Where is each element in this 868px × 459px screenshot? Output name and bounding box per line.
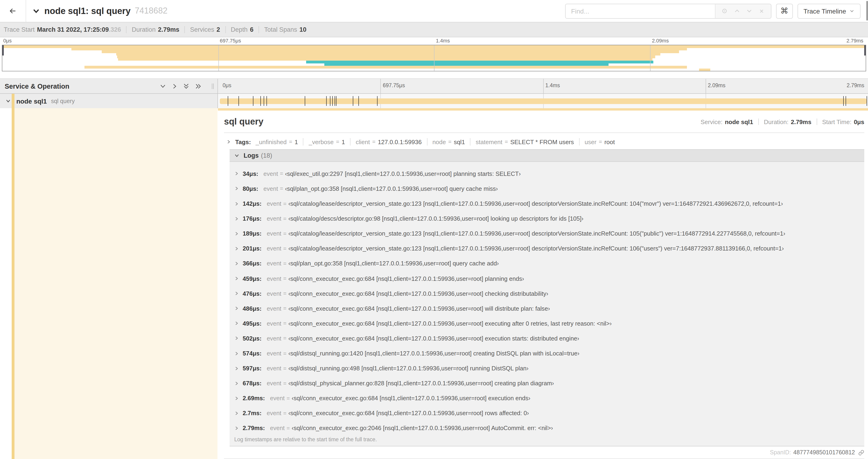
log-row[interactable]: 476μs:event=‹sql/conn_executor_exec.go:6… (229, 286, 864, 301)
chevron-right-icon (234, 276, 239, 281)
meta-value: 2.79ms (791, 118, 811, 125)
time-tick-label: 0μs (3, 38, 12, 43)
span-duration-bar[interactable] (220, 98, 867, 104)
tag-separator (303, 138, 304, 145)
log-row[interactable]: 80μs:event=‹sql/plan_opt.go:358 [nsql1,c… (229, 181, 864, 196)
span-row[interactable]: node sql1 sql query (0, 94, 868, 108)
chevron-right-icon (234, 351, 239, 356)
span-detail-left-column (0, 108, 218, 459)
timeline-gridline (706, 79, 706, 93)
tag-value: root (604, 138, 615, 145)
span-log-tick (843, 96, 844, 106)
log-equals: = (283, 410, 286, 417)
log-row[interactable]: 574μs:event=‹sql/distsql_running.go:1420… (229, 346, 864, 361)
log-field-key: event (267, 230, 281, 237)
next-match-icon[interactable] (746, 8, 752, 14)
log-row[interactable]: 176μs:event=‹sql/catalog/descs/descripto… (229, 211, 864, 226)
log-field-value: ‹sql/conn_executor_exec.go:2046 [nsql1,c… (292, 425, 553, 432)
log-row[interactable]: 34μs:event=‹sql/exec_util.go:2297 [nsql1… (229, 166, 864, 181)
log-equals: = (280, 170, 283, 177)
back-button[interactable] (0, 0, 26, 22)
trace-minimap: 0μs697.75μs1.4ms2.09ms2.79ms (0, 37, 868, 71)
chevron-right-icon (234, 246, 239, 251)
log-field-key: event (267, 380, 281, 387)
log-row[interactable]: 2.79ms:event=‹sql/conn_executor_exec.go:… (229, 421, 864, 436)
log-equals: = (283, 290, 286, 297)
span-timeline-cell[interactable] (218, 94, 868, 108)
span-log-tick (267, 96, 267, 106)
chevron-right-icon (234, 201, 239, 206)
log-row[interactable]: 502μs:event=‹sql/conn_executor_exec.go:6… (229, 331, 864, 346)
log-timestamp: 574μs: (243, 350, 261, 357)
log-row[interactable]: 486μs:event=‹sql/conn_executor_exec.go:6… (229, 301, 864, 316)
log-row[interactable]: 597μs:event=‹sql/distsql_running.go:498 … (229, 361, 864, 376)
summary-value: 6 (250, 26, 253, 33)
tags-row[interactable]: Tags: _unfinished=1_verbose=1client=127.… (226, 137, 864, 147)
log-field-value: ‹sql/distsql_running.go:498 [nsql1,clien… (288, 365, 528, 372)
log-row[interactable]: 142μs:event=‹sql/catalog/lease/descripto… (229, 196, 864, 211)
span-log-tick (335, 96, 335, 106)
log-field-key: event (267, 305, 281, 312)
keyboard-shortcuts-button[interactable]: ⌘ (776, 3, 793, 19)
tag-equals: = (336, 138, 339, 145)
column-resize-handle[interactable] (212, 84, 214, 89)
match-focus-icon[interactable] (722, 8, 728, 14)
summary-label: Duration (132, 26, 156, 33)
tag-separator (350, 138, 350, 145)
span-id-label: SpanID: (770, 449, 791, 456)
clear-find-icon[interactable] (759, 8, 765, 14)
summary-separator (225, 26, 226, 33)
expand-one-icon[interactable] (171, 83, 178, 89)
minimap-right-scrubber[interactable] (864, 45, 866, 56)
chevron-right-icon (234, 306, 239, 311)
log-row[interactable]: 366μs:event=‹sql/plan_opt.go:358 [nsql1,… (229, 256, 864, 271)
summary-separator (258, 26, 259, 33)
span-log-tick (358, 96, 359, 106)
minimap-left-scrubber[interactable] (2, 45, 4, 56)
span-color-accent (12, 94, 14, 108)
log-field-key: event (267, 320, 281, 327)
span-service-name: node sql1 (16, 97, 47, 105)
minimap-canvas[interactable] (2, 45, 866, 71)
log-field-value: ‹sql/conn_executor_exec.go:684 [nsql1,cl… (292, 395, 530, 402)
time-tick-label: 2.79ms (847, 83, 864, 88)
chevron-right-icon (226, 139, 231, 144)
logs-header[interactable]: Logs (18) (229, 150, 864, 162)
link-icon[interactable] (858, 450, 864, 456)
span-name-column[interactable]: node sql1 sql query (0, 94, 218, 108)
summary-label: Total Spans (264, 26, 297, 33)
span-log-tick (330, 96, 331, 106)
log-field-value: ‹sql/catalog/lease/descriptor_version_st… (288, 245, 784, 252)
expand-all-icon[interactable] (195, 83, 202, 89)
log-row[interactable]: 495μs:event=‹sql/conn_executor_exec.go:6… (229, 316, 864, 331)
time-tick-label: 2.09ms (708, 83, 725, 88)
chevron-right-icon (234, 381, 239, 386)
log-row[interactable]: 2.7ms:event=‹sql/conn_executor_exec.go:6… (229, 406, 864, 421)
find-input[interactable] (565, 4, 715, 18)
log-equals: = (283, 350, 286, 357)
chevron-right-icon (234, 426, 239, 431)
log-row[interactable]: 189μs:event=‹sql/catalog/lease/descripto… (229, 226, 864, 241)
chevron-down-icon (234, 153, 239, 158)
span-detail-meta: Service:node sql1Duration:2.79msStart Ti… (701, 118, 864, 125)
trace-collapse-icon[interactable] (33, 7, 40, 14)
summary-value-fraction: .326 (109, 26, 121, 33)
span-log-tick (333, 96, 333, 106)
log-row[interactable]: 678μs:event=‹sql/distsql_physical_planne… (229, 376, 864, 391)
span-collapse-icon[interactable] (6, 98, 11, 104)
log-field-value: ‹sql/conn_executor_exec.go:684 [nsql1,cl… (288, 320, 612, 327)
trace-view-selector[interactable]: Trace Timeline (797, 3, 861, 19)
summary-separator (126, 26, 127, 33)
time-tick-label: 2.09ms (652, 38, 669, 43)
log-row[interactable]: 201μs:event=‹sql/catalog/lease/descripto… (229, 241, 864, 256)
log-equals: = (283, 260, 286, 267)
prev-match-icon[interactable] (734, 8, 740, 14)
collapse-all-icon[interactable] (183, 83, 189, 90)
span-operation-name: sql query (51, 98, 75, 104)
timeline-ruler: 0μs697.75μs1.4ms2.09ms2.79ms (218, 79, 868, 93)
scrollbar-thumb[interactable] (866, 1, 868, 21)
collapse-one-icon[interactable] (160, 83, 166, 89)
log-field-value: ‹sql/conn_executor_exec.go:684 [nsql1,cl… (288, 305, 550, 312)
log-row[interactable]: 459μs:event=‹sql/conn_executor_exec.go:6… (229, 271, 864, 286)
log-row[interactable]: 2.69ms:event=‹sql/conn_executor_exec.go:… (229, 391, 864, 405)
